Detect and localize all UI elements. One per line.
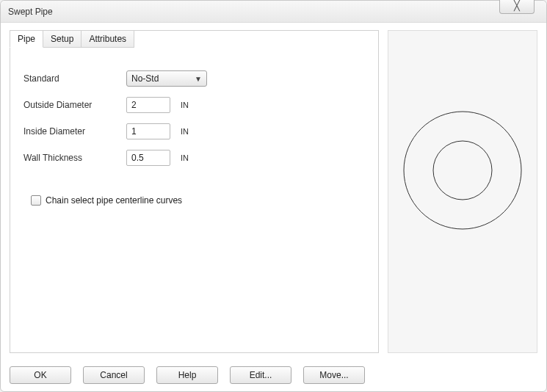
close-button[interactable]: ╳ (499, 0, 535, 14)
close-icon: ╳ (514, 0, 520, 11)
label-wall-thickness: Wall Thickness (23, 153, 126, 163)
label-standard: Standard (23, 73, 126, 84)
outside-diameter-input[interactable] (126, 97, 170, 113)
svg-point-0 (404, 112, 521, 229)
tab-panel: Pipe Setup Attributes Standard No-Std (10, 30, 379, 353)
row-chain-select: Chain select pipe centerline curves (31, 195, 365, 206)
label-outside-diameter: Outside Diameter (23, 100, 126, 110)
button-label: Cancel (100, 370, 127, 380)
wall-thickness-input[interactable] (126, 150, 170, 166)
chain-select-checkbox[interactable] (31, 195, 41, 206)
help-button[interactable]: Help (156, 366, 218, 384)
standard-dropdown[interactable]: No-Std ▼ (126, 70, 207, 87)
chain-select-label: Chain select pipe centerline curves (46, 195, 182, 206)
label-inside-diameter: Inside Diameter (23, 126, 126, 137)
preview-pane (388, 30, 537, 353)
move-button[interactable]: Move... (303, 366, 365, 384)
tab-label: Setup (51, 34, 73, 44)
row-inside-diameter: Inside Diameter IN (23, 123, 365, 139)
button-label: Help (178, 370, 197, 380)
pipe-cross-section-icon (396, 75, 529, 236)
edit-button[interactable]: Edit... (230, 366, 291, 384)
swept-pipe-dialog: Swept Pipe ╳ Pipe Setup Attributes (0, 0, 547, 392)
row-wall-thickness: Wall Thickness IN (23, 150, 365, 166)
inside-diameter-input[interactable] (126, 123, 170, 139)
tab-label: Attributes (89, 34, 126, 44)
row-outside-diameter: Outside Diameter IN (23, 97, 365, 113)
tab-attributes[interactable]: Attributes (81, 30, 134, 48)
unit-outside-diameter: IN (181, 101, 189, 109)
window-title: Swept Pipe (8, 7, 53, 17)
standard-value: No-Std (131, 73, 159, 84)
button-label: Move... (319, 370, 348, 380)
button-label: OK (34, 370, 46, 380)
chevron-down-icon: ▼ (195, 75, 202, 83)
tab-label: Pipe (18, 34, 35, 44)
button-label: Edit... (250, 370, 272, 380)
ok-button[interactable]: OK (10, 366, 71, 384)
cancel-button[interactable]: Cancel (83, 366, 145, 384)
unit-inside-diameter: IN (181, 127, 189, 136)
titlebar: Swept Pipe ╳ (1, 1, 546, 23)
row-standard: Standard No-Std ▼ (23, 70, 365, 87)
unit-wall-thickness: IN (181, 153, 189, 162)
tab-pipe[interactable]: Pipe (10, 30, 43, 48)
button-row: OK Cancel Help Edit... Move... (10, 366, 537, 384)
tab-setup[interactable]: Setup (43, 30, 81, 48)
svg-point-1 (433, 141, 492, 200)
